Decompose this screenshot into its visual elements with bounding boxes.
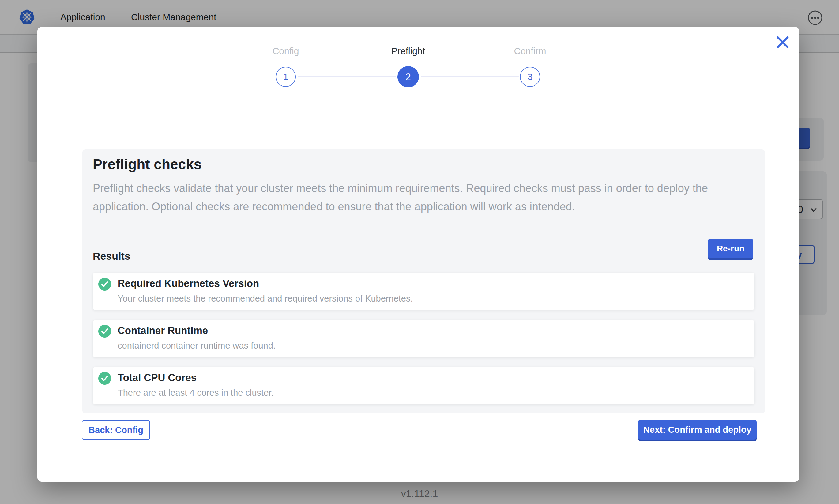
step-label-config: Config	[246, 46, 325, 56]
check-result-row: Total CPU Cores There are at least 4 cor…	[93, 367, 754, 404]
step-connector	[298, 76, 396, 77]
check-pass-icon	[98, 278, 111, 290]
panel-description: Preflight checks validate that your clus…	[93, 179, 742, 216]
preflight-panel: Preflight checks Preflight checks valida…	[82, 149, 765, 413]
rerun-button[interactable]: Re-run	[708, 239, 753, 258]
check-description: containerd container runtime was found.	[118, 341, 276, 351]
step-circle-2-active[interactable]: 2	[397, 66, 419, 88]
check-result-row: Container Runtime containerd container r…	[93, 320, 754, 357]
check-title: Total CPU Cores	[118, 372, 196, 383]
results-heading: Results	[93, 250, 131, 262]
step-circle-1[interactable]: 1	[276, 67, 296, 87]
check-pass-icon	[98, 372, 111, 385]
panel-title: Preflight checks	[93, 156, 202, 173]
preflight-modal: Config Preflight Confirm 1 2 3 Preflight…	[37, 27, 799, 482]
next-confirm-deploy-button[interactable]: Next: Confirm and deploy	[638, 419, 757, 440]
check-description: There are at least 4 cores in the cluste…	[118, 388, 273, 398]
check-pass-icon	[98, 325, 111, 338]
step-label-confirm: Confirm	[490, 46, 570, 56]
check-title: Required Kubernetes Version	[118, 278, 259, 289]
step-label-preflight: Preflight	[369, 46, 448, 56]
step-connector	[421, 76, 519, 77]
back-config-button[interactable]: Back: Config	[82, 420, 150, 440]
close-icon[interactable]	[775, 35, 790, 50]
screen: Application Cluster Management 0 y v1.11…	[0, 0, 839, 504]
check-result-row: Required Kubernetes Version Your cluster…	[93, 273, 754, 310]
check-description: Your cluster meets the recommended and r…	[118, 293, 413, 304]
step-circle-3[interactable]: 3	[520, 67, 540, 87]
check-title: Container Runtime	[118, 325, 208, 337]
